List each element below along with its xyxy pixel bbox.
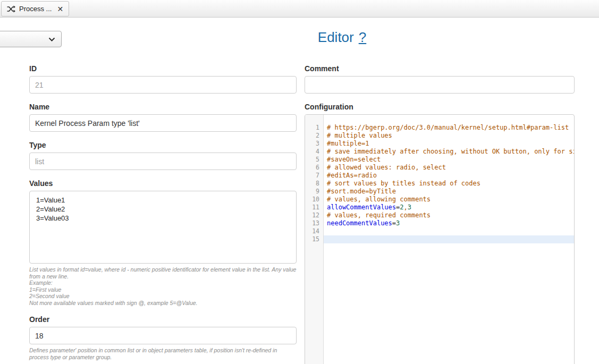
line-number: 12 xyxy=(305,211,324,219)
type-dropdown[interactable] xyxy=(0,31,62,47)
tab-label: Process ... xyxy=(19,5,52,13)
help-line: Example: xyxy=(29,280,297,286)
code-line[interactable]: 2# multiple values xyxy=(305,132,574,140)
code-line[interactable]: 10# values, allowing comments xyxy=(305,196,574,204)
code-text: # https://bgerp.org/doc/3.0/manual/kerne… xyxy=(324,124,574,132)
code-line[interactable]: 7#editAs=radio xyxy=(305,172,574,180)
code-line[interactable]: 5#saveOn=select xyxy=(305,156,574,164)
code-text: #multiple=1 xyxy=(324,140,574,148)
code-text: # save immediately after choosing, witho… xyxy=(324,148,574,156)
line-number: 9 xyxy=(305,188,324,196)
code-line[interactable]: 15 xyxy=(305,235,574,243)
code-line[interactable]: 12# values, required comments xyxy=(305,211,574,219)
code-text: # sort values by titles instead of codes xyxy=(324,180,574,188)
line-number: 2 xyxy=(305,132,324,140)
line-number: 7 xyxy=(305,172,324,180)
help-line: List values in format id=value, where id… xyxy=(29,266,297,280)
line-number: 1 xyxy=(305,124,324,132)
line-number: 14 xyxy=(305,227,324,235)
line-number: 10 xyxy=(305,196,324,204)
order-help: Defines parameter' position in common li… xyxy=(29,347,297,360)
code-text: needCommentValues=3 xyxy=(324,219,574,227)
code-text: #saveOn=select xyxy=(324,156,574,164)
code-line[interactable]: 1# https://bgerp.org/doc/3.0/manual/kern… xyxy=(305,124,574,132)
line-number: 11 xyxy=(305,204,324,211)
page-title: Editor xyxy=(318,29,354,45)
line-number: 15 xyxy=(305,235,324,243)
help-link[interactable]: ? xyxy=(359,29,366,45)
code-text: #sort.mode=byTitle xyxy=(324,188,574,196)
values-textarea[interactable]: 1=Value1 2=Value2 3=Value03 xyxy=(29,191,297,264)
name-label: Name xyxy=(29,103,297,111)
code-line[interactable]: 8# sort values by titles instead of code… xyxy=(305,180,574,188)
code-text: # values, required comments xyxy=(324,211,574,219)
line-number: 5 xyxy=(305,156,324,164)
code-text xyxy=(324,227,574,235)
code-line[interactable]: 3#multiple=1 xyxy=(305,140,574,148)
code-line[interactable]: 9#sort.mode=byTitle xyxy=(305,188,574,196)
code-text xyxy=(324,235,574,243)
code-line[interactable]: 6# allowed values: radio, select xyxy=(305,164,574,172)
tab-bar: Process ... ✕ xyxy=(0,0,599,18)
code-text: # multiple values xyxy=(324,132,574,140)
line-number: 6 xyxy=(305,164,324,172)
configuration-label: Configuration xyxy=(305,103,575,111)
id-input[interactable] xyxy=(29,76,297,94)
order-input[interactable] xyxy=(29,327,297,344)
shuffle-icon xyxy=(7,5,15,13)
line-number: 4 xyxy=(305,148,324,156)
code-text: # values, allowing comments xyxy=(324,196,574,204)
help-line: Not more available values marked with si… xyxy=(29,300,297,307)
name-input[interactable] xyxy=(29,114,297,132)
comment-input[interactable] xyxy=(305,76,575,94)
comment-label: Comment xyxy=(305,64,575,73)
id-label: ID xyxy=(29,64,297,73)
code-text: #editAs=radio xyxy=(324,172,574,180)
chevron-down-icon xyxy=(48,37,55,41)
code-line[interactable]: 14 xyxy=(305,227,574,235)
type-input[interactable] xyxy=(29,153,297,170)
line-number: 8 xyxy=(305,180,324,188)
type-label: Type xyxy=(29,141,297,149)
values-help: List values in format id=value, where id… xyxy=(29,266,297,306)
code-text: # allowed values: radio, select xyxy=(324,164,574,172)
order-label: Order xyxy=(29,315,297,324)
code-line[interactable]: 11allowCommentValues=2,3 xyxy=(305,204,574,211)
help-line: 2=Second value xyxy=(29,293,297,300)
line-number: 3 xyxy=(305,140,324,148)
right-column: Comment Configuration 1# https://bgerp.o… xyxy=(305,60,575,364)
process-tab[interactable]: Process ... ✕ xyxy=(1,1,69,16)
code-lines: 1# https://bgerp.org/doc/3.0/manual/kern… xyxy=(305,115,574,243)
help-line: 1=First value xyxy=(29,286,297,293)
left-column: ID Name Type Values 1=Value1 2=Value2 3=… xyxy=(29,60,297,360)
close-icon[interactable]: ✕ xyxy=(57,5,63,13)
code-line[interactable]: 4# save immediately after choosing, with… xyxy=(305,148,574,156)
values-label: Values xyxy=(29,179,297,188)
code-line[interactable]: 13needCommentValues=3 xyxy=(305,219,574,227)
configuration-editor[interactable]: 1# https://bgerp.org/doc/3.0/manual/kern… xyxy=(305,114,575,364)
code-text: allowCommentValues=2,3 xyxy=(324,204,574,211)
page-title-row: Editor? xyxy=(85,29,599,46)
line-number: 13 xyxy=(305,219,324,227)
